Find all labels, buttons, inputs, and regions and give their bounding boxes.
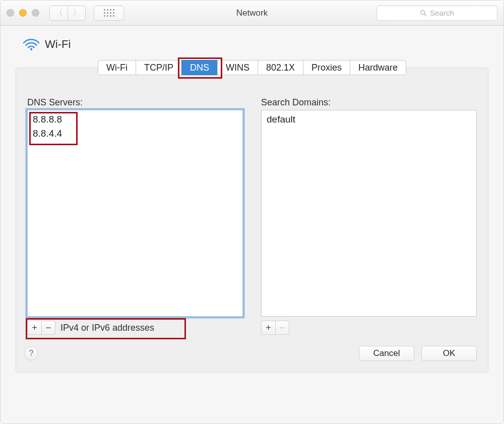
dns-servers-column: DNS Servers: 8.8.8.8 8.8.4.4 + − (27, 97, 243, 335)
tab-proxies[interactable]: Proxies (303, 60, 350, 75)
dns-server-row[interactable]: 8.8.4.4 (31, 127, 239, 141)
add-search-domain-button[interactable]: + (261, 321, 275, 335)
search-domains-column: Search Domains: default + − (261, 97, 477, 335)
dns-hint: IPv4 or IPv6 addresses (60, 323, 154, 333)
tab-wrapper: Wi-Fi TCP/IP DNS WINS 802.1X Proxies Har… (16, 60, 488, 373)
section-title: Wi-Fi (45, 38, 71, 51)
window-titlebar: 〈 〉 Network Search (1, 1, 503, 26)
close-window-button[interactable] (7, 9, 14, 17)
zoom-window-button[interactable] (32, 9, 39, 17)
tab-wifi[interactable]: Wi-Fi (98, 60, 136, 75)
tab-hardware[interactable]: Hardware (350, 60, 406, 75)
remove-dns-server-button[interactable]: − (41, 321, 55, 335)
preferences-window: 〈 〉 Network Search (0, 0, 504, 424)
navigation-buttons: 〈 〉 (49, 6, 86, 21)
minimize-window-button[interactable] (19, 9, 27, 17)
add-remove-group: + − (261, 321, 289, 335)
section-header: Wi-Fi (16, 33, 488, 58)
tab-8021x[interactable]: 802.1X (258, 60, 303, 75)
show-all-button[interactable] (94, 6, 124, 21)
dns-servers-label: DNS Servers: (27, 97, 243, 108)
dns-servers-controls: + − IPv4 or IPv6 addresses (27, 321, 243, 335)
plus-icon: + (32, 323, 37, 333)
wifi-icon (23, 38, 40, 51)
plus-icon: + (266, 323, 271, 333)
forward-button[interactable]: 〉 (68, 6, 86, 21)
search-domains-list[interactable]: default (261, 110, 477, 317)
dns-server-row[interactable]: 8.8.8.8 (31, 112, 239, 127)
search-domains-controls: + − (261, 321, 477, 335)
add-remove-group: + − (27, 321, 55, 335)
search-domain-row[interactable]: default (265, 112, 473, 127)
window-title: Network (236, 8, 268, 18)
back-button[interactable]: 〈 (49, 6, 68, 21)
tab-bar: Wi-Fi TCP/IP DNS WINS 802.1X Proxies Har… (16, 60, 488, 75)
chevron-left-icon: 〈 (54, 7, 63, 19)
search-placeholder: Search (430, 9, 454, 17)
search-icon (420, 10, 427, 17)
window-body: Wi-Fi Wi-Fi TCP/IP DNS WINS 802.1X Proxi… (1, 26, 503, 385)
svg-line-1 (424, 14, 426, 15)
tab-tcpip[interactable]: TCP/IP (136, 60, 181, 75)
search-domains-label: Search Domains: (261, 97, 477, 108)
minus-icon: − (46, 323, 51, 333)
help-icon: ? (29, 349, 34, 358)
chevron-right-icon: 〉 (73, 7, 81, 19)
add-dns-server-button[interactable]: + (27, 321, 41, 335)
tab-wins[interactable]: WINS (217, 60, 258, 75)
cancel-button[interactable]: Cancel (359, 346, 414, 361)
dialog-footer: ? Cancel OK (27, 346, 477, 361)
minus-icon: − (280, 323, 285, 333)
help-button[interactable]: ? (24, 346, 38, 360)
ok-button[interactable]: OK (421, 346, 477, 361)
svg-point-2 (30, 48, 32, 50)
tab-panel: DNS Servers: 8.8.8.8 8.8.4.4 + − (16, 68, 488, 373)
remove-search-domain-button[interactable]: − (275, 321, 289, 335)
search-input[interactable]: Search (376, 6, 497, 21)
tab-dns[interactable]: DNS (181, 60, 217, 75)
traffic-lights (7, 9, 39, 17)
dns-servers-list[interactable]: 8.8.8.8 8.8.4.4 (27, 110, 243, 317)
grid-icon (104, 9, 114, 17)
